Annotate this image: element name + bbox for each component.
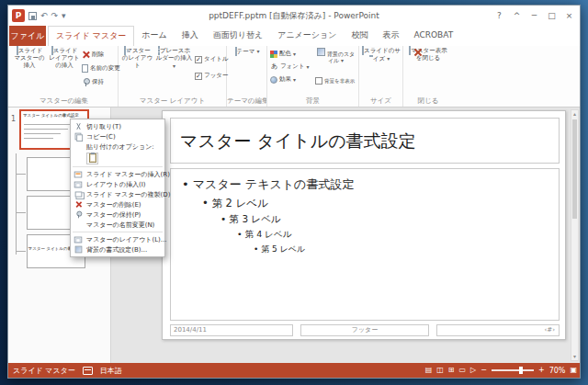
keyboard-ime-icon[interactable] bbox=[83, 367, 93, 375]
menu-format-background[interactable]: 背景の書式設定(B)... bbox=[71, 244, 164, 255]
tab-acrobat[interactable]: ACROBAT bbox=[406, 26, 460, 46]
footer-checkbox[interactable]: ✓ フッター bbox=[195, 72, 226, 80]
zoom-in-icon[interactable]: + bbox=[538, 363, 545, 378]
bullet-level-3: • 第 3 レベル bbox=[220, 213, 559, 226]
menu-master-layout[interactable]: マスターのレイアウト(L)... bbox=[71, 234, 164, 244]
background-styles-button[interactable]: 背景のスタイル ▾ bbox=[315, 48, 356, 63]
view-reading-icon[interactable]: ▭ bbox=[459, 363, 467, 378]
tab-insert[interactable]: 挿入 bbox=[175, 26, 206, 46]
ribbon-group-close: マスター表示を閉じる 閉じる bbox=[403, 46, 453, 107]
background-styles-icon bbox=[317, 48, 325, 56]
zoom-percentage[interactable]: 70% bbox=[549, 367, 566, 375]
menu-insert-slide-master[interactable]: スライド マスターの挿入(R) bbox=[71, 169, 164, 179]
close-master-view-button[interactable]: マスター表示を閉じる bbox=[406, 48, 450, 62]
copy-icon bbox=[75, 133, 82, 141]
footer-placeholder[interactable]: フッター bbox=[300, 324, 429, 336]
menu-copy[interactable]: コピー(C) bbox=[71, 131, 164, 142]
group-label-master-layout: マスター レイアウト bbox=[119, 96, 226, 106]
bullet-level-1: • マスター テキストの書式設定 bbox=[182, 176, 559, 193]
tab-animations[interactable]: アニメーション bbox=[270, 26, 344, 46]
ribbon: スライド マスターの挿入 スライド レイアウトの挿入 削除 名前の変更 保持 マ… bbox=[8, 46, 580, 108]
minimize-icon[interactable]: ─ bbox=[526, 6, 543, 25]
ribbon-group-edit-master: スライド マスターの挿入 スライド レイアウトの挿入 削除 名前の変更 保持 マ… bbox=[10, 46, 119, 107]
theme-colors-button[interactable]: 配色 ▾ bbox=[270, 50, 312, 58]
view-slide-sorter-icon[interactable]: ⊞ bbox=[448, 363, 455, 378]
master-layout-icon bbox=[74, 236, 83, 243]
thumbnail-tree-stub bbox=[16, 251, 26, 252]
status-right: ▤ ◫ ⊞ ▭ ▷ − + 70% ▣ bbox=[425, 363, 577, 378]
zoom-out-icon[interactable]: − bbox=[481, 363, 487, 378]
title-checkbox[interactable]: ✓ タイトル bbox=[195, 55, 226, 63]
menu-insert-layout[interactable]: レイアウトの挿入(I) bbox=[71, 179, 164, 189]
tab-home[interactable]: ホーム bbox=[134, 26, 174, 46]
bullet-icon: • bbox=[202, 197, 209, 209]
save-icon[interactable] bbox=[28, 12, 37, 20]
thumbnail-tree-line bbox=[16, 153, 17, 255]
menu-rename-master[interactable]: マスターの名前変更(N) bbox=[71, 220, 164, 230]
qat-customize-icon[interactable]: ▾ bbox=[62, 9, 66, 22]
menu-preserve-master[interactable]: マスターの保持(P) bbox=[71, 209, 164, 220]
ribbon-group-background: 配色 ▾ あ フォント ▾ 効果 ▾ 背景のスタイル ▾ 背景を非表示 bbox=[267, 46, 359, 107]
ribbon-display-options-icon[interactable]: ^ bbox=[508, 6, 526, 25]
status-left: スライド マスター 日本語 bbox=[13, 363, 122, 378]
window-controls: ? ^ ─ □ × bbox=[491, 6, 578, 26]
close-master-view-icon bbox=[409, 46, 411, 55]
menu-duplicate-slide-master[interactable]: スライド マスターの複製(D) bbox=[71, 189, 164, 199]
tab-review[interactable]: 校閲 bbox=[344, 26, 375, 46]
insert-slide-master-button[interactable]: スライド マスターの挿入 bbox=[13, 48, 46, 69]
slide-title-text: マスター タイトルの書式設定 bbox=[171, 119, 559, 163]
scroll-up-icon[interactable]: ▴ bbox=[571, 110, 578, 118]
group-label-background: 背景 bbox=[267, 96, 358, 106]
vertical-scrollbar[interactable]: ▴ ▾ bbox=[571, 109, 579, 361]
slide-size-button[interactable]: スライドのサイズ ▾ bbox=[362, 48, 401, 63]
theme-effects-button[interactable]: 効果 ▾ bbox=[270, 75, 312, 84]
preserve-button[interactable]: 保持 bbox=[82, 78, 119, 86]
status-language[interactable]: 日本語 bbox=[100, 366, 122, 376]
tab-view[interactable]: 表示 bbox=[375, 26, 406, 46]
themes-button[interactable]: テーマ ▾ bbox=[230, 48, 265, 56]
zoom-slider[interactable] bbox=[492, 369, 534, 371]
fit-to-window-icon[interactable]: ▣ bbox=[570, 363, 577, 378]
chevron-down-icon: ▾ bbox=[293, 76, 296, 83]
chevron-down-icon: ▾ bbox=[173, 62, 175, 69]
view-normal-icon[interactable]: ◫ bbox=[436, 363, 444, 378]
insert-layout-icon bbox=[51, 46, 53, 55]
view-slideshow-icon[interactable]: ▷ bbox=[470, 363, 476, 378]
insert-placeholder-button[interactable]: プレースホルダーの挿入 ▾ bbox=[155, 48, 193, 70]
insert-layout-button[interactable]: スライド レイアウトの挿入 bbox=[48, 48, 81, 69]
delete-button[interactable]: 削除 bbox=[82, 51, 119, 59]
zoom-slider-thumb[interactable] bbox=[519, 367, 523, 374]
title-placeholder[interactable]: マスター タイトルの書式設定 bbox=[170, 118, 560, 164]
cut-icon bbox=[74, 123, 82, 130]
hide-background-checkbox[interactable]: 背景を非表示 bbox=[315, 77, 357, 85]
close-icon[interactable]: × bbox=[560, 6, 578, 25]
menu-delete-master[interactable]: マスターの削除(E) bbox=[71, 199, 164, 209]
group-label-edit-theme: テーマの編集 bbox=[227, 96, 266, 106]
paste-option-button[interactable] bbox=[86, 153, 98, 164]
ribbon-group-master-layout: マスターのレイアウト プレースホルダーの挿入 ▾ ✓ タイトル ✓ フッター マ… bbox=[119, 46, 227, 107]
bullet-icon: • bbox=[254, 244, 258, 254]
powerpoint-app-icon[interactable]: P bbox=[12, 9, 25, 22]
redo-icon[interactable]: ↷ bbox=[51, 9, 59, 22]
slide-number-placeholder[interactable]: ‹#› bbox=[436, 324, 560, 336]
chevron-down-icon: ▾ bbox=[293, 51, 296, 57]
tab-transitions[interactable]: 画面切り替え bbox=[206, 26, 270, 46]
body-placeholder[interactable]: • マスター テキストの書式設定 • 第 2 レベル • 第 3 レベル • 第… bbox=[170, 168, 560, 321]
date-placeholder[interactable]: 2014/4/11 bbox=[170, 324, 293, 336]
title-bar[interactable]: P ↶ ↷ ▾ pptDEFF.pptm [自動保存済み] - PowerPoi… bbox=[8, 6, 580, 26]
tab-slide-master[interactable]: スライド マスター bbox=[48, 26, 134, 46]
maximize-icon[interactable]: □ bbox=[543, 6, 560, 25]
scroll-down-icon[interactable]: ▾ bbox=[571, 353, 578, 360]
bullet-icon: • bbox=[237, 229, 243, 239]
menu-cut[interactable]: 切り取り(T) bbox=[71, 121, 164, 131]
theme-fonts-button[interactable]: あ フォント ▾ bbox=[270, 62, 312, 71]
master-layout-button[interactable]: マスターのレイアウト bbox=[121, 48, 153, 69]
help-icon[interactable]: ? bbox=[491, 6, 508, 25]
slide-canvas[interactable]: マスター タイトルの書式設定 • マスター テキストの書式設定 • 第 2 レベ… bbox=[162, 110, 566, 340]
notes-icon[interactable]: ▤ bbox=[425, 363, 433, 378]
scrollbar-thumb[interactable] bbox=[572, 119, 577, 219]
rename-button[interactable]: 名前の変更 bbox=[82, 64, 119, 73]
undo-icon[interactable]: ↶ bbox=[40, 9, 48, 22]
file-tab[interactable]: ファイル bbox=[9, 26, 46, 46]
theme-fonts-icon: あ bbox=[270, 62, 278, 71]
